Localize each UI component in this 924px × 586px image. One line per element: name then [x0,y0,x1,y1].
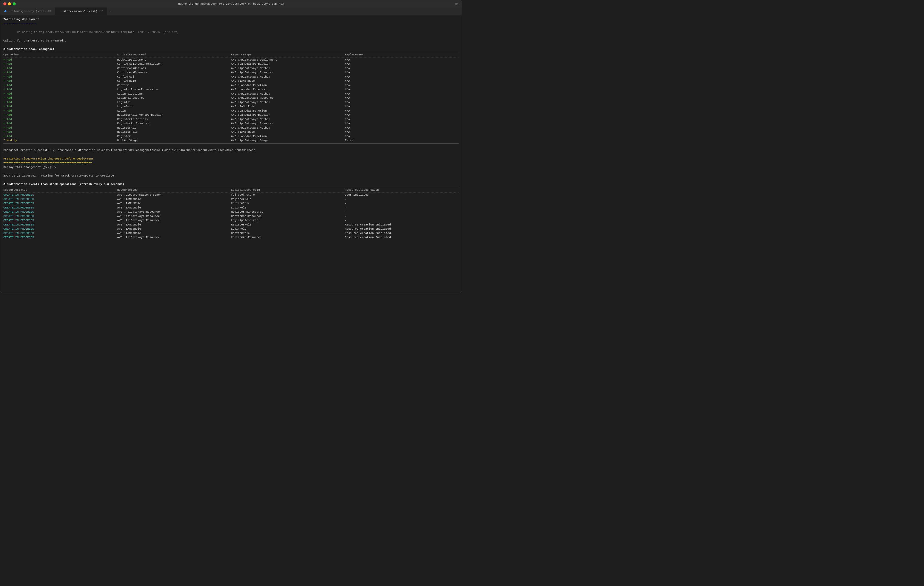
table2-row: CREATE_IN_PROGRESSAWS::IAM::RoleConfirmR… [3,201,459,206]
tab-1[interactable]: ..cloud-journey (-zsh) ⌘1 [0,7,56,15]
close-button[interactable] [3,2,7,5]
table1-col2: LogicalResourceId [117,53,231,57]
table1-row: + AddLoginApiInvokePermissionAWS::Lambda… [3,87,459,92]
blank-5 [3,153,459,157]
table1-row: + AddRegisterApiAWS::ApiGateway::MethodN… [3,126,459,130]
table2-row: CREATE_IN_PROGRESSAWS::ApiGateway::Resou… [3,218,459,223]
table1-sep-header [3,57,459,58]
table2-col3: LogicalResourceId [231,188,345,192]
table2-row: CREATE_IN_PROGRESSAWS::ApiGateway::Resou… [3,235,459,240]
table2-row: CREATE_IN_PROGRESSAWS::ApiGateway::Resou… [3,214,459,219]
tab-2-shortcut: ⌘2 [99,10,103,13]
table1-row: + AddConfirmRoleAWS::IAM::RoleN/A [3,79,459,83]
table2-col2: ResourceType [117,188,231,192]
terminal-content[interactable]: Initiating deployment ==================… [0,15,462,293]
cf-events-header: CloudFormation events from stack operati… [3,182,459,186]
table1-row: + AddLoginRoleAWS::IAM::RoleN/A [3,104,459,109]
blank-3 [3,43,459,47]
table1-rows: + AddBookApiDeploymentAWS::ApiGateway::D… [3,58,459,143]
table1-row: + AddConfirmAWS::Lambda::FunctionN/A [3,83,459,87]
table1-header: Operation LogicalResourceId ResourceType… [3,53,459,57]
blank-1 [3,26,459,30]
titlebar: nguyentrungchau@MacBook-Pro-2:~/Desktop/… [0,0,462,7]
table2-row: CREATE_IN_PROGRESSAWS::IAM::RoleRegister… [3,197,459,201]
table1-row: + AddRegisterApiResourceAWS::ApiGateway:… [3,121,459,126]
blank-2 [3,34,459,39]
window-title: nguyentrungchau@MacBook-Pro-2:~/Desktop/… [178,2,284,5]
tab-bar: ..cloud-journey (-zsh) ⌘1 ..store-sam-ws… [0,7,462,15]
table2-col1: ResourceStatus [3,188,117,192]
table1-row: + AddRegisterRoleAWS::IAM::RoleN/A [3,130,459,134]
blank-7 [3,178,459,183]
terminal-window: nguyentrungchau@MacBook-Pro-2:~/Desktop/… [0,0,462,293]
table2-row: CREATE_IN_PROGRESSAWS::IAM::RoleLoginRol… [3,227,459,231]
table1-row: + AddRegisterApiInvokePermissionAWS::Lam… [3,113,459,117]
table2-sep-header [3,192,459,193]
blank-6 [3,170,459,174]
upload-line: Uploading to fcj-book-store/002298711b17… [3,30,459,35]
table1-row: + AddBookApiDeploymentAWS::ApiGateway::D… [3,58,459,62]
table1-col4: Replacement [345,53,459,57]
previewing-line: Previewing CloudFormation changeset befo… [3,157,459,161]
table2-sep-top [3,187,459,188]
table1-sep-top [3,52,459,52]
tab-2-label: ..store-sam-ws3 (-zsh) [60,10,97,13]
table1-row: + AddConfirmApiAWS::ApiGateway::MethodN/… [3,75,459,79]
tab-dot [4,10,7,12]
table1-row: + AddConfirmApiInvokePermissionAWS::Lamb… [3,62,459,66]
new-tab-button[interactable]: + [107,7,114,15]
table1-row: + AddLoginApiAWS::ApiGateway::MethodN/A [3,100,459,105]
table2-col4: ResourceStatusReason [345,188,459,192]
table1-row: + AddConfirmApiResourceAWS::ApiGateway::… [3,70,459,75]
minimize-button[interactable] [8,2,11,5]
table1-row: * ModifyBookApiStageAWS::ApiGateway::Sta… [3,138,459,143]
table2-row: CREATE_IN_PROGRESSAWS::IAM::RoleLoginRol… [3,206,459,210]
equals-line-2: ========================================… [3,161,459,165]
keyboard-shortcut: ⌘1 [455,2,459,6]
cf-stack-changeset: CloudFormation stack changeset [3,47,459,51]
table2-header: ResourceStatus ResourceType LogicalResou… [3,188,459,192]
table2-row: CREATE_IN_PROGRESSAWS::IAM::RoleRegister… [3,223,459,227]
table1-row: + AddRegisterApiOptionsAWS::ApiGateway::… [3,117,459,122]
timestamp-line: 2024-12-20 11:48:41 - Waiting for stack … [3,174,459,178]
table1-row: + AddRegisterAWS::Lambda::FunctionN/A [3,134,459,139]
waiting-line: Waiting for changeset to be created.. [3,39,459,43]
table1-col3: ResourceType [231,53,345,57]
deploy-prompt: Deploy this changeset? [y/N]: y [3,165,459,170]
table1-row: + AddLoginApiOptionsAWS::ApiGateway::Met… [3,92,459,96]
blank-4 [3,144,459,148]
table2-row: CREATE_IN_PROGRESSAWS::ApiGateway::Resou… [3,210,459,214]
table1-row: + AddLoginAWS::Lambda::FunctionN/A [3,109,459,113]
table1-col1: Operation [3,53,117,57]
tab-2[interactable]: ..store-sam-ws3 (-zsh) ⌘2 [56,7,107,15]
table2-row: UPDATE_IN_PROGRESSAWS::CloudFormation::S… [3,193,459,197]
maximize-button[interactable] [13,2,16,5]
changeset-arn: Changeset created successfully. arn:aws:… [3,148,459,153]
traffic-lights [3,2,16,5]
initiating-deployment: Initiating deployment [3,17,459,21]
table2-rows: UPDATE_IN_PROGRESSAWS::CloudFormation::S… [3,193,459,240]
tab-1-shortcut: ⌘1 [48,10,51,13]
equals-line-1: =================== [3,21,459,26]
table1-row: + AddLoginApiResourceAWS::ApiGateway::Re… [3,96,459,100]
table2-row: CREATE_IN_PROGRESSAWS::IAM::RoleConfirmR… [3,231,459,235]
tab-1-label: ..cloud-journey (-zsh) [8,10,46,13]
table1-row: + AddConfirmApiOptionsAWS::ApiGateway::M… [3,66,459,71]
